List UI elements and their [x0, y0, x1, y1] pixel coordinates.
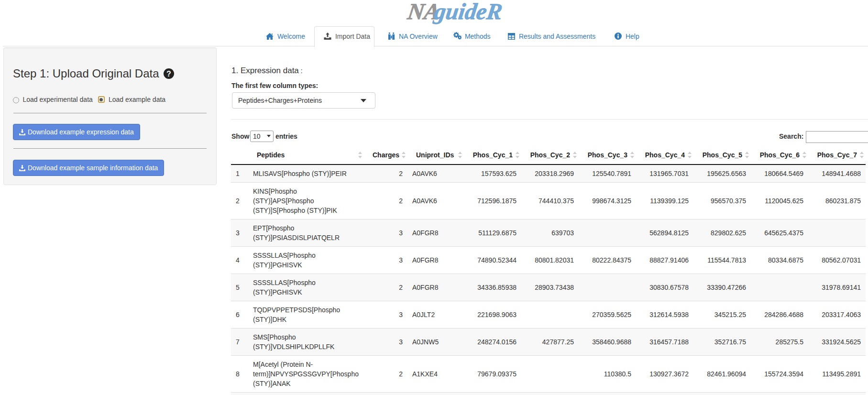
svg-text:guideR: guideR [432, 0, 504, 24]
svg-text:?: ? [166, 70, 171, 78]
